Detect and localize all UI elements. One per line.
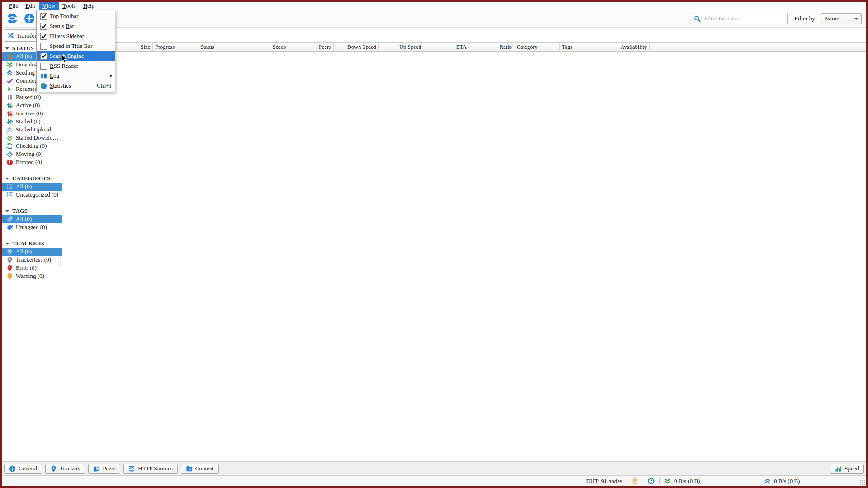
sidebar-item-untagged[interactable]: Untagged (0): [2, 223, 62, 231]
column-up-speed[interactable]: Up Speed: [379, 43, 424, 51]
filters-sidebar: Transfers STATUS All (0) Downloading (0): [2, 28, 62, 461]
category-list-icon: [6, 192, 13, 198]
errored-icon: [6, 159, 13, 166]
column-availability[interactable]: Availability: [606, 43, 650, 51]
column-tags[interactable]: Tags: [560, 43, 606, 51]
menu-item-statistics[interactable]: Statistics Ctrl+I: [37, 81, 115, 91]
http-sources-db-icon: [128, 465, 135, 472]
column-category[interactable]: Category: [514, 43, 560, 51]
tab-transfers-label: Transfers: [17, 32, 39, 39]
sidebar-splitter-handle[interactable]: [60, 255, 62, 267]
column-size[interactable]: Size: [114, 43, 153, 51]
category-list-icon: [6, 183, 13, 190]
global-upload-speed[interactable]: 0 B/s (0 B): [764, 478, 809, 485]
sidebar-item-stalled[interactable]: Stalled (0): [2, 117, 62, 126]
statusbar: DHT: 91 nodes 0 B/s (0 B) 0 B/s (0 B): [2, 475, 866, 486]
menu-item-search-engine[interactable]: Search Engine: [37, 51, 115, 61]
sidebar-item-moving[interactable]: Moving (0): [2, 150, 62, 158]
section-trackers: TRACKERS All (0) Trackerless (0) Error (…: [2, 239, 62, 280]
tracker-pin-orange-icon: [6, 273, 13, 280]
menu-item-speed-in-title-bar[interactable]: Speed in Title Bar: [37, 41, 115, 51]
tab-peers[interactable]: Peers: [88, 464, 120, 474]
menu-tools[interactable]: Tools: [59, 2, 80, 10]
column-peers[interactable]: Peers: [288, 43, 334, 51]
tab-general[interactable]: General: [4, 464, 42, 474]
chevron-down-icon: [854, 18, 858, 20]
sidebar-item-uncategorized[interactable]: Uncategorized (0): [2, 191, 62, 199]
sidebar-item-categories-all[interactable]: All (0): [2, 183, 62, 191]
sidebar-item-tracker-error[interactable]: Error (0): [2, 264, 62, 272]
section-header-trackers[interactable]: TRACKERS: [2, 239, 62, 248]
mouse-cursor: [61, 54, 68, 64]
speed-bars-icon: [835, 465, 842, 472]
statusbar-separator: [643, 478, 643, 484]
peers-icon: [93, 465, 100, 472]
global-download-speed[interactable]: 0 B/s (0 B): [664, 478, 755, 485]
sidebar-item-tags-all[interactable]: All (0): [2, 215, 62, 223]
section-header-tags[interactable]: TAGS: [2, 207, 62, 215]
unchecked-checkbox: [40, 43, 47, 50]
menu-view[interactable]: View: [39, 2, 59, 10]
checked-checkbox: [40, 53, 47, 60]
torrent-list-panel: Size Progress Status Seeds Peers Down Sp…: [62, 28, 866, 461]
filter-torrents-input[interactable]: Filter torrents...: [690, 13, 788, 24]
menu-help[interactable]: Help: [80, 2, 98, 10]
tab-speed[interactable]: Speed: [830, 464, 864, 474]
bottom-tabs-bar: General Trackers Peers HTTP Sources Cont…: [2, 461, 866, 475]
column-status[interactable]: Status: [198, 43, 243, 51]
section-header-categories[interactable]: CATEGORIES: [2, 174, 62, 183]
tab-http-sources[interactable]: HTTP Sources: [123, 464, 177, 474]
torrent-table-header: Size Progress Status Seeds Peers Down Sp…: [62, 42, 866, 52]
tab-content[interactable]: Content: [181, 464, 219, 474]
resize-grip[interactable]: [860, 480, 865, 485]
sidebar-item-stalled-uploading[interactable]: Stalled Uploading (0): [2, 126, 62, 134]
sidebar-item-errored[interactable]: Errored (0): [2, 158, 62, 166]
completed-check-icon: [6, 78, 13, 84]
collapse-triangle-icon: [5, 210, 9, 212]
menu-file[interactable]: File: [5, 2, 22, 10]
tracker-pin-red-icon: [6, 265, 13, 272]
sidebar-item-active[interactable]: Active (0): [2, 101, 62, 109]
column-down-speed[interactable]: Down Speed: [334, 43, 379, 51]
menu-item-top-toolbar[interactable]: Top Toolbar: [37, 11, 115, 21]
column-ratio[interactable]: Ratio: [469, 43, 514, 51]
menu-item-status-bar[interactable]: Status Bar: [37, 21, 115, 31]
tracker-pin-icon: [6, 249, 13, 255]
pie-chart-icon: [40, 83, 47, 89]
checked-checkbox: [40, 13, 47, 20]
sidebar-item-tracker-warning[interactable]: Warning (0): [2, 272, 62, 280]
add-torrent-file-icon[interactable]: [24, 13, 35, 24]
collapse-triangle-icon: [5, 243, 9, 245]
sidebar-item-trackerless[interactable]: Trackerless (0): [2, 256, 62, 264]
column-progress[interactable]: Progress: [153, 43, 198, 51]
tag-icon: [6, 216, 13, 223]
checking-refresh-icon: [6, 143, 13, 150]
column-filler: [650, 43, 866, 51]
statusbar-separator: [659, 478, 660, 484]
column-seeds[interactable]: Seeds: [243, 43, 288, 51]
filter-by-select[interactable]: Name: [821, 13, 862, 24]
menu-item-log[interactable]: Log: [37, 71, 115, 81]
menu-edit[interactable]: Edit: [22, 2, 39, 10]
resumed-play-icon: [6, 86, 13, 93]
moving-diamond-icon: [6, 151, 13, 158]
sidebar-item-trackers-all[interactable]: All (0): [2, 248, 62, 256]
sidebar-item-checking[interactable]: Checking (0): [2, 142, 62, 150]
dht-nodes-label: DHT: 91 nodes: [586, 478, 622, 485]
sidebar-item-inactive[interactable]: Inactive (0): [2, 109, 62, 117]
collapse-triangle-icon: [5, 178, 9, 180]
statusbar-separator: [627, 478, 627, 484]
stalled-up-chevrons-icon: [6, 127, 13, 133]
menu-item-filters-sidebar[interactable]: Filters Sidebar: [37, 31, 115, 41]
column-eta[interactable]: ETA: [424, 43, 469, 51]
connection-status-icon[interactable]: [648, 478, 655, 484]
sidebar-item-paused[interactable]: Paused (0): [2, 93, 62, 101]
active-arrows-icon: [6, 102, 13, 109]
menu-item-rss-reader[interactable]: RSS Reader: [37, 61, 115, 71]
torrent-list-empty-area: [62, 52, 866, 461]
add-torrent-link-icon[interactable]: [6, 13, 18, 24]
log-book-icon: [40, 73, 47, 80]
tab-trackers[interactable]: Trackers: [45, 464, 85, 474]
alt-speed-flame-icon[interactable]: [632, 478, 638, 484]
sidebar-item-stalled-downloading[interactable]: Stalled Downloading (0): [2, 134, 62, 142]
